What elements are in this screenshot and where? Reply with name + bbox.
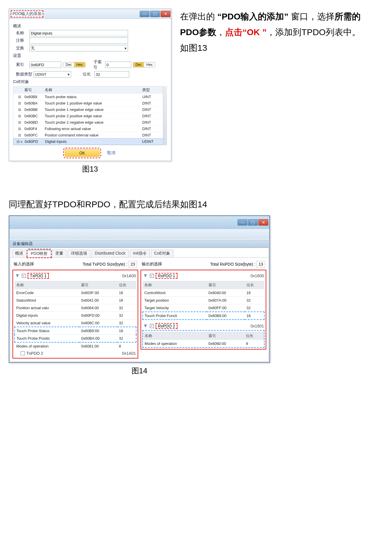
- maximize-icon[interactable]: ▢: [248, 219, 258, 226]
- table-row[interactable]: Modes of operation0x6061:008: [15, 342, 136, 350]
- coe-table[interactable]: 索引 名称 类型 ⊞0x60B9Touch probe statusUINT⊞0…: [13, 86, 167, 145]
- txpdo1-name: TxPDO 1: [28, 273, 49, 279]
- exchange-select[interactable]: 无 ▾: [29, 45, 128, 51]
- bitlen-label: 位长: [80, 72, 94, 77]
- rxpdo1-name: RxPDO 1: [156, 273, 177, 279]
- dec-label-2: Dec: [133, 62, 144, 67]
- section-coe: CoE对象: [13, 79, 167, 84]
- checkbox-checked-icon[interactable]: ✓: [150, 324, 154, 328]
- chevron-down-icon: ▾: [125, 46, 127, 51]
- ok-button[interactable]: OK: [65, 149, 100, 157]
- checkbox-empty-icon[interactable]: [21, 351, 25, 355]
- figure14-caption: 图14: [9, 366, 270, 376]
- checkbox-checked-icon[interactable]: ✓: [150, 274, 154, 278]
- minimize-icon[interactable]: —: [140, 11, 150, 17]
- table-row[interactable]: Digital inputs0x60FD:0032: [15, 312, 136, 319]
- coe-sel-idx: 0x60FD: [25, 139, 45, 144]
- subindex-field[interactable]: [105, 62, 131, 68]
- comment-field[interactable]: [29, 37, 128, 44]
- index-dechex[interactable]: Dec Hex: [63, 62, 85, 67]
- rxpdo2-table: 名称 索引 位长 Modes of operation 0x6060:00 8: [143, 332, 264, 347]
- tab-6[interactable]: CoE对象: [151, 250, 173, 257]
- table-row[interactable]: Touch Probe Status0x60B9:0016: [15, 327, 136, 335]
- tab-0[interactable]: 概述: [12, 250, 26, 257]
- table-row[interactable]: Target Velocity0x60FF:0032: [143, 304, 264, 312]
- index-field[interactable]: [29, 62, 61, 68]
- cancel-link[interactable]: 取消: [107, 150, 115, 156]
- figure13-caption: 图13: [9, 164, 171, 174]
- table-row[interactable]: ErrorCode0x603F:0016: [15, 289, 136, 297]
- scrollbar[interactable]: [163, 86, 167, 145]
- triangle-down-icon[interactable]: ▼: [143, 323, 148, 329]
- rxpdo-block: ▼ ✓ RxPDO 1 0x1600 名称 索引 位长 ControlWord0…: [141, 270, 266, 350]
- txpdo2-id: 0x1A01: [122, 351, 136, 356]
- right-label: 输出的选择: [142, 262, 162, 267]
- table-row[interactable]: StatusWord0x6041:0016: [15, 297, 136, 304]
- name-label: 名称: [13, 30, 29, 36]
- dtype-label: 数据类型: [13, 72, 33, 77]
- maximize-icon[interactable]: ▢: [150, 11, 160, 17]
- table-row[interactable]: ⊞0x60BATouch probe 1 positive edge value…: [13, 100, 167, 106]
- tab-2[interactable]: 变量: [52, 250, 66, 257]
- hex-label-2: Hex: [144, 62, 155, 67]
- dec-label: Dec: [63, 62, 74, 67]
- figure13-description: 在弹出的 “PDO输入的添加” 窗口，选择所需的PDO参数，点击“OK ”，添加…: [180, 9, 377, 56]
- bitlen-field[interactable]: [94, 71, 129, 78]
- tab-4[interactable]: Distributed Clock: [91, 250, 129, 257]
- rxpdo-size-label: Total RxPDO Size(byte) :: [210, 262, 256, 266]
- table-row[interactable]: Modes of operation 0x6060:00 8: [143, 340, 264, 347]
- table-row[interactable]: ⊞0x60BCTouch probe 2 positive edge value…: [13, 113, 167, 119]
- hex-label: Hex: [74, 62, 85, 67]
- checkbox-checked-icon[interactable]: ✓: [22, 274, 26, 278]
- table-row[interactable]: ⊞0x60B9Touch probe statusUINT: [13, 93, 167, 100]
- txpdo-size-label: Total TxPDO Size(byte) :: [83, 262, 127, 266]
- triangle-down-icon[interactable]: ▼: [15, 273, 20, 279]
- para-before-fig14: 同理配置好TPDO和RPDO，配置完成后结果如图14: [9, 197, 383, 211]
- table-row[interactable]: ⊞0x60BBTouch probe 1 negative edge value…: [13, 106, 167, 113]
- comment-label: 注释: [13, 38, 29, 43]
- table-row[interactable]: Touch Probe Positic0x60BA:0032: [15, 335, 136, 343]
- section-description: 概述: [13, 24, 167, 29]
- name-field[interactable]: [29, 30, 128, 36]
- txpdo-block: ▼ ✓ TxPDO 1 0x1A00 名称 索引 位长 ErrorCode0x6…: [12, 270, 138, 359]
- table-row[interactable]: ⊞0x60FCPositon command internal valueDIN…: [13, 132, 167, 138]
- txpdo-size-value: 23: [128, 261, 137, 267]
- table-row[interactable]: Touch Probe Functi0x60B8:0016: [143, 312, 264, 320]
- rxpdo-size-value: 13: [256, 261, 265, 267]
- table-row[interactable]: ⊞0x60BDTouch probe 2 negative edge value…: [13, 119, 167, 125]
- rxpdo2-name: RxPDO 2: [156, 323, 177, 329]
- minimize-icon[interactable]: —: [238, 219, 247, 226]
- coe-sel-type: UDINT: [142, 139, 165, 144]
- table-row[interactable]: Target position0x607A:0032: [143, 297, 264, 304]
- rxpdo1-table: 名称 索引 位长 ControlWord0x6040:0016Target po…: [142, 281, 265, 320]
- table-row[interactable]: Position actual valu0x6064:0032: [15, 304, 136, 312]
- section-settings: 设置: [13, 53, 167, 58]
- rxpdo2-id: 0x1601: [251, 324, 264, 328]
- coe-head-name: 名称: [45, 87, 142, 93]
- dialog-titlebar: PDO输入的添加 — ▢ ✕: [9, 9, 171, 19]
- subindex-dechex[interactable]: Dec Hex: [133, 62, 155, 67]
- coe-sel-name: Digital inputs: [45, 139, 142, 144]
- dtype-select[interactable]: UDINT ▾: [33, 71, 71, 78]
- txpdo2-name: TxPDO 2: [26, 351, 43, 356]
- tab-5[interactable]: Init指令: [130, 250, 150, 257]
- txpdo1-id: 0x1A00: [122, 273, 136, 278]
- close-icon[interactable]: ✕: [258, 219, 268, 226]
- coe-head-type: 类型: [142, 87, 166, 93]
- table-row[interactable]: ControlWord0x6040:0016: [143, 289, 264, 297]
- exchange-value: 无: [31, 46, 35, 51]
- triangle-down-icon[interactable]: ▼: [143, 273, 148, 279]
- table-row[interactable]: Velocity actual value0x606C:0032: [15, 319, 136, 327]
- tab-1[interactable]: PDO映射: [28, 250, 51, 257]
- close-icon[interactable]: ✕: [161, 11, 170, 17]
- dialog-title: PDO输入的添加: [11, 10, 43, 17]
- pdo-add-dialog: PDO输入的添加 — ▢ ✕ 概述 名称 注释 交换: [9, 9, 171, 161]
- tabs-row: 概述PDO映射变量详细选项Distributed ClockInit指令CoE对…: [10, 248, 269, 258]
- device-editor-window: — ▢ ✕ 设备编辑器 概述PDO映射变量详细选项Distributed Clo…: [9, 215, 270, 363]
- exchange-label: 交换: [13, 46, 29, 51]
- rxpdo1-id: 0x1600: [251, 273, 264, 278]
- left-label: 输入的选择: [14, 262, 34, 267]
- tab-3[interactable]: 详细选项: [68, 250, 90, 257]
- table-row[interactable]: ⊞0x60F4Following error actual valueDINT: [13, 125, 167, 132]
- coe-selected-row[interactable]: ⊞ ▸ 0x60FD Digital inputs UDINT: [13, 138, 167, 145]
